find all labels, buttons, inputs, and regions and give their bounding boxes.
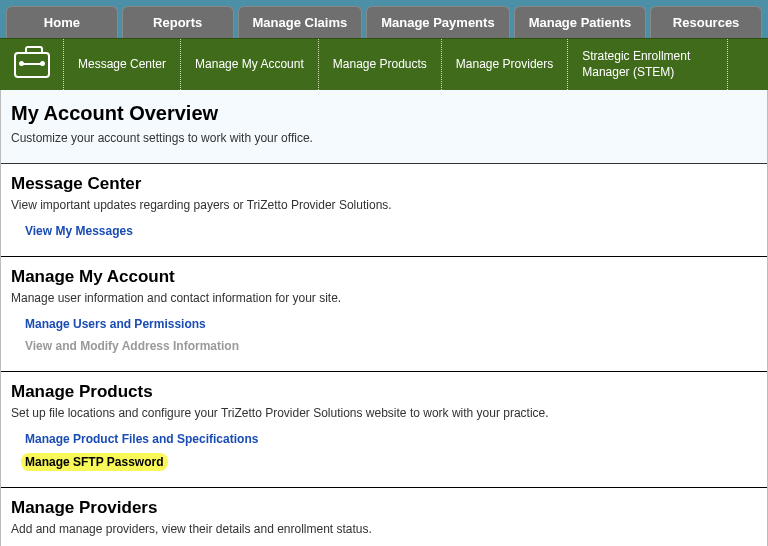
section-manage-my-account: Manage My Account Manage user informatio…: [1, 257, 767, 372]
section-title: Manage Providers: [11, 498, 757, 518]
subnav-message-center[interactable]: Message Center: [64, 39, 181, 90]
page-title: My Account Overview: [11, 102, 757, 125]
section-title: Manage My Account: [11, 267, 757, 287]
link-manage-users-permissions[interactable]: Manage Users and Permissions: [11, 313, 757, 335]
link-view-my-messages[interactable]: View My Messages: [11, 220, 757, 242]
section-manage-providers: Manage Providers Add and manage provider…: [1, 488, 767, 546]
main-content: My Account Overview Customize your accou…: [0, 90, 768, 546]
sub-nav: Message Center Manage My Account Manage …: [0, 38, 768, 90]
section-manage-products: Manage Products Set up file locations an…: [1, 372, 767, 488]
link-manage-product-files[interactable]: Manage Product Files and Specifications: [11, 428, 757, 450]
section-desc: Manage user information and contact info…: [11, 291, 757, 305]
tab-manage-claims[interactable]: Manage Claims: [238, 6, 363, 38]
tab-reports[interactable]: Reports: [122, 6, 234, 38]
section-desc: Set up file locations and configure your…: [11, 406, 757, 420]
subnav-manage-providers[interactable]: Manage Providers: [442, 39, 568, 90]
link-manage-sftp-password[interactable]: Manage SFTP Password: [21, 453, 168, 471]
tab-manage-patients[interactable]: Manage Patients: [514, 6, 647, 38]
tab-manage-payments[interactable]: Manage Payments: [366, 6, 509, 38]
subnav-manage-products[interactable]: Manage Products: [319, 39, 442, 90]
section-desc: View important updates regarding payers …: [11, 198, 757, 212]
page-subtitle: Customize your account settings to work …: [11, 131, 757, 145]
subnav-manage-my-account[interactable]: Manage My Account: [181, 39, 319, 90]
briefcase-icon: [0, 39, 64, 90]
tab-home[interactable]: Home: [6, 6, 118, 38]
top-nav: Home Reports Manage Claims Manage Paymen…: [0, 0, 768, 38]
section-desc: Add and manage providers, view their det…: [11, 522, 757, 536]
section-title: Message Center: [11, 174, 757, 194]
subnav-stem[interactable]: Strategic Enrollment Manager (STEM): [568, 39, 728, 90]
tab-resources[interactable]: Resources: [650, 6, 762, 38]
section-title: Manage Products: [11, 382, 757, 402]
link-view-modify-address: View and Modify Address Information: [11, 335, 757, 357]
section-message-center: Message Center View important updates re…: [1, 164, 767, 257]
page-intro: My Account Overview Customize your accou…: [1, 90, 767, 164]
